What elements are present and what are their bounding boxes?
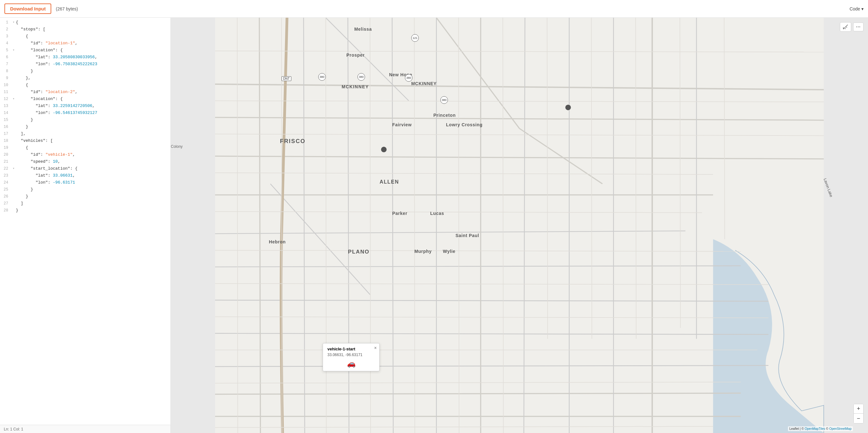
map-background: [171, 18, 868, 433]
line-content: }: [16, 116, 168, 123]
main-content: 1▾{2 "stops": [3 {4 "id": "location-1",5…: [0, 18, 868, 433]
code-menu-button[interactable]: Code ▾: [850, 6, 864, 11]
map-popup: × vehicle-1-start 33.06631, -96.63171 🚗: [323, 343, 380, 371]
download-input-button[interactable]: Download Input: [4, 3, 51, 14]
line-content: }: [16, 207, 168, 214]
code-line: 23 "lat": 33.06631,: [0, 172, 170, 179]
map-measure-button[interactable]: [840, 22, 851, 32]
line-number: 27: [0, 200, 11, 207]
line-content: "id": "location-2",: [16, 89, 168, 95]
line-content: "vehicles": [: [16, 137, 168, 144]
line-number: 13: [0, 103, 11, 110]
code-line: 8 }: [0, 68, 170, 75]
line-number: 20: [0, 151, 11, 158]
map-attribution: Leaflet | © OpenMapTiles © OpenStreetMap: [788, 426, 853, 431]
line-number: 1: [0, 19, 11, 26]
code-line: 5▾ "location": {: [0, 47, 170, 54]
line-content: ]: [16, 200, 168, 207]
line-content: "lat": 33.06631,: [16, 172, 168, 179]
code-line: 14 "lon": -96.54613745932127: [0, 110, 170, 116]
line-content: },: [16, 75, 168, 82]
line-content: "id": "location-1",: [16, 40, 168, 47]
map-more-button[interactable]: ···: [853, 23, 864, 31]
map-pane[interactable]: Melissa Prosper New Hope MCKINNEY MCKINN…: [171, 18, 868, 433]
line-number: 10: [0, 82, 11, 89]
code-line: 9 },: [0, 75, 170, 82]
code-line: 1▾{: [0, 19, 170, 26]
code-line: 11 "id": "location-2",: [0, 89, 170, 95]
fold-indicator[interactable]: ▾: [11, 165, 16, 172]
line-content: {: [16, 19, 168, 26]
code-line: 20 "id": "vehicle-1",: [0, 151, 170, 158]
line-number: 23: [0, 172, 11, 179]
map-zoom-controls: + −: [854, 404, 864, 424]
line-content: {: [16, 144, 168, 151]
line-number: 12: [0, 95, 11, 103]
line-content: }: [16, 186, 168, 193]
line-number: 4: [0, 40, 11, 47]
line-content: }: [16, 68, 168, 75]
code-line: 7 "lon": -96.75038245222623: [0, 61, 170, 68]
line-content: }: [16, 193, 168, 200]
toolbar: Download Input (267 bytes) Code ▾: [0, 0, 868, 18]
line-content: "lon": -96.63171: [16, 179, 168, 186]
code-line: 6 "lat": 33.20580830033956,: [0, 54, 170, 61]
line-content: {: [16, 33, 168, 40]
line-content: "id": "vehicle-1",: [16, 151, 168, 158]
code-line: 12▾ "location": {: [0, 95, 170, 103]
attribution-openstreetmap[interactable]: OpenStreetMap: [829, 427, 851, 430]
line-content: "speed": 10,: [16, 158, 168, 165]
line-content: "lon": -96.75038245222623: [16, 61, 168, 68]
fold-indicator[interactable]: ▾: [11, 47, 16, 54]
line-number: 26: [0, 193, 11, 200]
popup-coordinates: 33.06631, -96.63171: [328, 353, 375, 357]
cursor-position: Ln: 1 Col: 1: [4, 427, 23, 431]
code-line: 26 }: [0, 193, 170, 200]
line-number: 15: [0, 116, 11, 123]
attribution-openmaptiles[interactable]: OpenMapTiles: [805, 427, 825, 430]
line-number: 8: [0, 68, 11, 75]
line-number: 14: [0, 110, 11, 116]
popup-close-button[interactable]: ×: [374, 345, 377, 350]
line-content: "lat": 33.2259142720506,: [16, 103, 168, 110]
fold-indicator[interactable]: ▾: [11, 19, 16, 26]
line-content: ],: [16, 131, 168, 137]
line-number: 25: [0, 186, 11, 193]
road-badge-121: 121: [411, 34, 419, 42]
fold-indicator[interactable]: ▾: [11, 95, 16, 103]
code-line: 15 }: [0, 116, 170, 123]
line-content: "location": {: [16, 47, 168, 54]
code-line: 16 }: [0, 123, 170, 131]
code-line: 13 "lat": 33.2259142720506,: [0, 103, 170, 110]
code-line: 3 {: [0, 33, 170, 40]
zoom-in-button[interactable]: +: [854, 404, 863, 414]
line-number: 22: [0, 165, 11, 172]
line-number: 5: [0, 47, 11, 54]
road-badge-380-3: 380: [405, 74, 412, 82]
line-content: }: [16, 123, 168, 131]
line-number: 11: [0, 89, 11, 95]
code-line: 4 "id": "location-1",: [0, 40, 170, 47]
svg-line-52: [843, 25, 848, 29]
line-content: "lat": 33.20580830033956,: [16, 54, 168, 61]
line-number: 24: [0, 179, 11, 186]
svg-point-51: [565, 105, 571, 110]
line-number: 28: [0, 207, 11, 214]
code-line: 19 {: [0, 144, 170, 151]
file-size-label: (267 bytes): [56, 6, 78, 11]
code-line: 18 "vehicles": [: [0, 137, 170, 144]
line-content: "stops": [: [16, 26, 168, 33]
line-content: "lon": -96.54613745932127: [16, 110, 168, 116]
line-number: 6: [0, 54, 11, 61]
line-number: 18: [0, 137, 11, 144]
zoom-out-button[interactable]: −: [854, 414, 863, 423]
code-line: 17 ],: [0, 131, 170, 137]
road-badge-380-4: 380: [440, 96, 448, 104]
line-number: 21: [0, 158, 11, 165]
road-badge-380-2: 380: [358, 73, 365, 81]
code-line: 24 "lon": -96.63171: [0, 179, 170, 186]
line-number: 2: [0, 26, 11, 33]
road-badge-380-1: 380: [318, 73, 326, 81]
status-bar: Ln: 1 Col: 1: [0, 425, 170, 433]
code-editor[interactable]: 1▾{2 "stops": [3 {4 "id": "location-1",5…: [0, 18, 170, 425]
